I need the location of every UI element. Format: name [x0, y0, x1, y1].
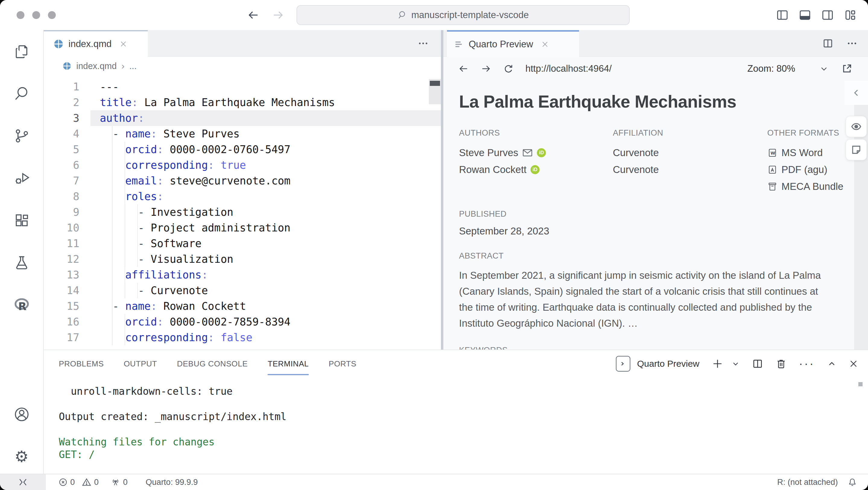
- line-number: 1: [44, 79, 79, 95]
- chevron-down-icon[interactable]: [732, 360, 740, 368]
- editor-split-divider[interactable]: [441, 30, 443, 350]
- quarto-file-icon: [62, 62, 71, 70]
- remote-icon: [18, 477, 28, 487]
- collapse-panel-flap[interactable]: [844, 81, 868, 105]
- external-link-icon[interactable]: [841, 63, 853, 75]
- extensions-icon[interactable]: [13, 212, 30, 228]
- code-line[interactable]: 12 - Visualization: [44, 251, 441, 267]
- code-line[interactable]: 1---: [44, 79, 441, 95]
- pdf-icon: [767, 165, 777, 175]
- orcid-icon[interactable]: iD: [537, 148, 546, 157]
- minimize-window-button[interactable]: [32, 11, 40, 19]
- code-line[interactable]: 17 corresponding: false: [44, 330, 441, 345]
- terminal-session-name[interactable]: Quarto Preview: [637, 359, 700, 369]
- close-window-button[interactable]: [17, 11, 25, 19]
- code-line[interactable]: 10 - Project administration: [44, 220, 441, 236]
- breadcrumb-more[interactable]: ...: [129, 61, 136, 71]
- preview-url[interactable]: http://localhost:4964/: [525, 63, 612, 74]
- code-line[interactable]: 6 corresponding: true: [44, 157, 441, 173]
- run-debug-icon[interactable]: [13, 170, 30, 186]
- terminal-scrollbar[interactable]: [858, 382, 863, 386]
- bell-icon[interactable]: [847, 477, 857, 487]
- r-status[interactable]: R: (not attached): [777, 478, 838, 487]
- code-text: ---: [100, 79, 119, 95]
- refresh-icon[interactable]: [503, 63, 514, 74]
- close-icon[interactable]: [119, 40, 127, 48]
- editor-scrollbar[interactable]: [429, 79, 441, 104]
- preview-forward-icon[interactable]: [480, 64, 492, 74]
- zoom-window-button[interactable]: [48, 11, 56, 19]
- format-link-pdf[interactable]: PDF (agu): [767, 161, 868, 178]
- mail-icon[interactable]: [522, 148, 533, 157]
- code-line[interactable]: 15 - name: Rowan Cockett: [44, 298, 441, 314]
- more-actions-icon[interactable]: ···: [799, 358, 815, 369]
- line-number: 5: [44, 142, 79, 157]
- preview-document: La Palma Earthquake Mechanisms AUTHORS S…: [443, 81, 868, 350]
- split-terminal-icon[interactable]: [752, 358, 763, 369]
- word-icon: W: [767, 148, 777, 158]
- zoom-level[interactable]: Zoom: 80%: [747, 63, 795, 74]
- trash-icon[interactable]: [775, 358, 787, 369]
- notes-button[interactable]: [846, 139, 867, 160]
- abstract-text: In September 2021, a significant jump in…: [459, 267, 835, 331]
- panel-tab-ports[interactable]: PORTS: [329, 350, 356, 377]
- titlebar: manuscript-template-vscode: [0, 0, 868, 30]
- code-line[interactable]: 11 - Software: [44, 236, 441, 251]
- search-sidebar-icon[interactable]: [13, 86, 30, 102]
- published-date: September 28, 2023: [459, 225, 868, 237]
- chevron-up-icon[interactable]: [827, 359, 837, 368]
- history-forward-icon[interactable]: [272, 9, 285, 21]
- code-line[interactable]: 13 affiliations:: [44, 267, 441, 283]
- panel-tab-debug-console[interactable]: DEBUG CONSOLE: [177, 350, 248, 377]
- account-icon[interactable]: [13, 406, 30, 423]
- r-lang-icon[interactable]: R: [13, 297, 30, 313]
- code-line[interactable]: 16 orcid: 0000-0002-7859-8394: [44, 314, 441, 330]
- explorer-icon[interactable]: [13, 43, 30, 60]
- split-editor-icon[interactable]: [822, 38, 834, 49]
- toggle-visibility-button[interactable]: [846, 116, 867, 137]
- more-actions-icon[interactable]: [846, 38, 858, 49]
- ports-status[interactable]: 0: [111, 477, 128, 487]
- orcid-icon[interactable]: iD: [530, 165, 539, 174]
- close-panel-icon[interactable]: [849, 359, 858, 368]
- testing-flask-icon[interactable]: [13, 254, 30, 271]
- new-terminal-icon[interactable]: [711, 358, 723, 370]
- close-icon[interactable]: [541, 40, 549, 48]
- panel-tab-terminal[interactable]: TERMINAL: [268, 350, 309, 377]
- tab-index-qmd[interactable]: index.qmd: [44, 30, 148, 57]
- code-line[interactable]: 7 email: steve@curvenote.com: [44, 173, 441, 189]
- code-line[interactable]: 5 orcid: 0000-0002-0760-5497: [44, 142, 441, 157]
- tab-label: index.qmd: [68, 39, 112, 50]
- toggle-panel-icon[interactable]: [799, 9, 811, 22]
- customize-layout-icon[interactable]: [844, 9, 857, 22]
- gear-icon[interactable]: ⚙: [14, 449, 29, 465]
- toggle-secondary-sidebar-icon[interactable]: [821, 9, 834, 22]
- remote-indicator[interactable]: [0, 474, 46, 490]
- terminal-output[interactable]: unroll-markdown-cells: true Output creat…: [59, 385, 286, 461]
- code-line[interactable]: 9 - Investigation: [44, 204, 441, 220]
- tab-quarto-preview[interactable]: Quarto Preview: [447, 30, 579, 57]
- code-editor[interactable]: 1---2title: La Palma Earthquake Mechanis…: [44, 75, 441, 350]
- code-line[interactable]: 3author:: [44, 110, 441, 126]
- code-line[interactable]: 2title: La Palma Earthquake Mechanisms: [44, 95, 441, 110]
- panel-tab-problems[interactable]: PROBLEMS: [59, 350, 104, 377]
- chevron-down-icon[interactable]: [819, 64, 829, 73]
- quarto-version-status[interactable]: Quarto: 99.9.9: [146, 478, 198, 487]
- command-center-search[interactable]: manuscript-template-vscode: [297, 5, 630, 25]
- editor-more-actions-icon[interactable]: [417, 30, 429, 57]
- problems-status[interactable]: 0 0: [59, 477, 99, 487]
- scrollbar-thumb[interactable]: [430, 81, 440, 86]
- format-link-meca[interactable]: MECA Bundle: [767, 178, 868, 195]
- preview-back-icon[interactable]: [457, 64, 469, 74]
- error-count: 0: [70, 478, 75, 487]
- code-line[interactable]: 14 - Curvenote: [44, 283, 441, 298]
- breadcrumb-file[interactable]: index.qmd: [76, 61, 117, 71]
- terminal-chip-icon[interactable]: [616, 356, 630, 371]
- code-line[interactable]: 8 roles:: [44, 189, 441, 204]
- history-back-icon[interactable]: [246, 9, 260, 21]
- code-line[interactable]: 4 - name: Steve Purves: [44, 126, 441, 142]
- panel-tab-output[interactable]: OUTPUT: [124, 350, 157, 377]
- source-control-icon[interactable]: [13, 128, 30, 144]
- line-number: 10: [44, 220, 79, 236]
- toggle-sidebar-icon[interactable]: [776, 9, 789, 22]
